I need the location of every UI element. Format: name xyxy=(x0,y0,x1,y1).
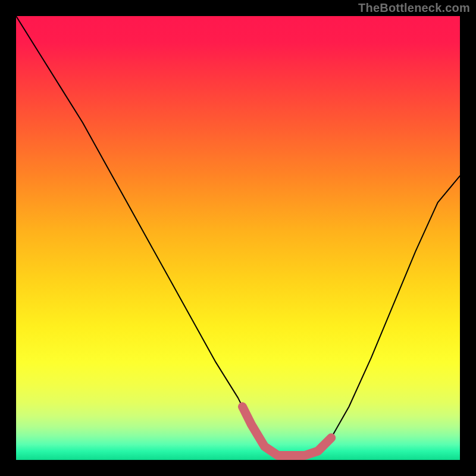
chart-frame: TheBottleneck.com xyxy=(0,0,476,476)
watermark-text: TheBottleneck.com xyxy=(358,1,470,15)
plot-area xyxy=(16,16,460,460)
curve-line xyxy=(16,16,460,456)
curve-optimal-band xyxy=(243,407,331,456)
bottleneck-curve xyxy=(16,16,460,460)
